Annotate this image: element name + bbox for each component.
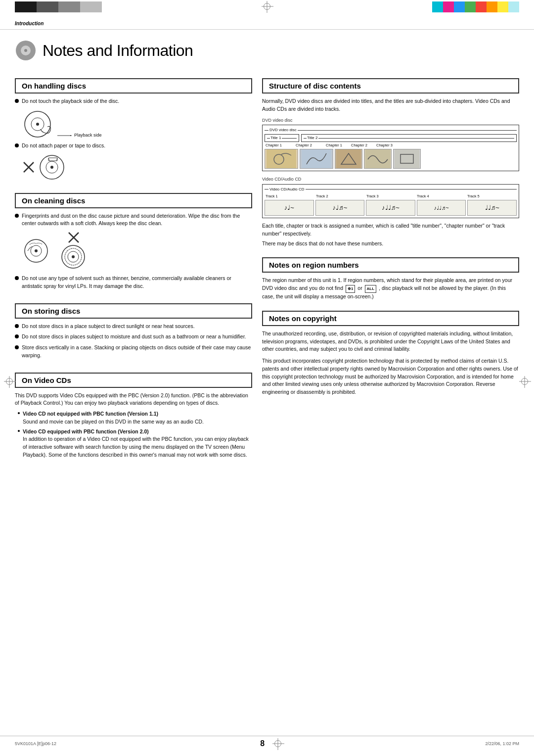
svg-rect-27 <box>336 149 361 168</box>
cleaning-bullet2: Do not use any type of solvent such as t… <box>15 275 252 290</box>
color-block-green <box>465 1 476 12</box>
color-block-blue <box>454 1 465 12</box>
bullet-icon3 <box>15 214 19 218</box>
cleaning-good <box>23 237 50 265</box>
storing-bullet2: Do not store discs in places subject to … <box>15 333 252 341</box>
section-label: Introduction <box>15 19 44 29</box>
ch4: Chapter 2 <box>350 142 375 148</box>
music-box1: ♪♩~ <box>265 200 314 216</box>
color-blocks <box>432 1 519 12</box>
playback-side-label: Playback side <box>57 132 102 139</box>
color-block-gray2 <box>69 1 80 12</box>
thumb3 <box>335 149 362 169</box>
bullet-icon7 <box>15 345 19 349</box>
thumb2-svg <box>302 149 331 168</box>
structure-content: Normally, DVD video discs are divided in… <box>262 97 519 247</box>
arrow-line <box>57 135 72 136</box>
thumb1-svg <box>267 149 296 168</box>
title-icon <box>15 40 37 61</box>
sub-bullet-dot1 <box>18 412 20 414</box>
color-block-red <box>476 1 487 12</box>
title1-label: Title 1 <box>265 134 299 142</box>
vcd-disc-label: Video CD/Audio CD <box>262 176 519 183</box>
sub1-title: Video CD not equipped with PBC function … <box>23 411 158 417</box>
music-boxes: ♪♩~ ♪♩♬~ ♪♩♩♬~ ♪♩♩♬~ ♩♩♬~ <box>265 200 517 216</box>
videocds-content: This DVD supports Video CDs equipped wit… <box>15 392 252 461</box>
main-content: On handling discs Do not touch the playb… <box>0 66 534 469</box>
music-box3: ♪♩♩♬~ <box>366 200 415 216</box>
color-block-lightgray2 <box>91 1 102 12</box>
tr2: Track 2 <box>315 193 365 199</box>
color-block-darkgray2 <box>47 1 58 12</box>
copyright-header: Notes on copyright <box>262 311 519 326</box>
storing-content: Do not store discs in a place subject to… <box>15 323 252 363</box>
right-crosshair <box>521 378 528 386</box>
sub1-body: Sound and movie can be played on this DV… <box>23 419 204 425</box>
footer-center: 8 <box>260 739 281 748</box>
svg-rect-24 <box>267 149 296 168</box>
cleaning-header: On cleaning discs <box>15 193 252 208</box>
right-column: Structure of disc contents Normally, DVD… <box>262 71 519 464</box>
tr1: Track 1 <box>265 193 315 199</box>
handling-content: Do not touch the playback side of the di… <box>15 97 252 183</box>
structure-explanation2: There may be discs that do not have thes… <box>262 240 519 248</box>
grayscale-blocks <box>15 1 102 12</box>
x-icon <box>23 161 35 173</box>
color-block-yellow <box>497 1 508 12</box>
color-block-cyan <box>432 1 443 12</box>
copyright-para1: The unauthorized recording, use, distrib… <box>262 330 519 353</box>
color-block-darkgray <box>37 1 47 12</box>
color-block-lightgray <box>80 1 91 12</box>
region-icon1: ⊕1 <box>346 285 355 293</box>
sub2-title: Video CD equipped with PBC function (Ver… <box>23 428 149 434</box>
bullet-icon4 <box>15 276 19 280</box>
top-center-crosshair <box>264 3 270 10</box>
tr3: Track 3 <box>365 193 416 199</box>
cleaning-good-icon <box>23 237 50 265</box>
vcd-line-right <box>306 189 517 189</box>
disc-tape-icon <box>39 154 66 181</box>
videocds-sub1: Video CD not equipped with PBC function … <box>15 410 252 426</box>
cleaning-bad <box>60 232 87 271</box>
t1-line-l <box>267 138 270 139</box>
thumb4 <box>364 149 392 169</box>
thumb2 <box>300 149 333 169</box>
structure-header: Structure of disc contents <box>262 78 519 94</box>
dvd-line-left <box>265 130 268 131</box>
ch1: Chapter 1 <box>265 142 294 148</box>
storing-bullet3: Store discs vertically in a case. Stacki… <box>15 344 252 360</box>
region-icon-1: ⊕1 <box>346 285 355 293</box>
bullet-icon6 <box>15 334 19 338</box>
svg-point-5 <box>36 123 39 126</box>
thumb5 <box>393 149 421 169</box>
thumb4-svg <box>365 149 390 168</box>
page-title-area: Notes and Information <box>0 30 534 66</box>
videocds-header: On Video CDs <box>15 373 252 388</box>
vcd-outer-label-row: Video CD/Audio CD <box>265 187 517 192</box>
x-icon2 <box>68 232 80 243</box>
storing-header: On storing discs <box>15 303 252 319</box>
copyright-para2: This product incorporates copyright prot… <box>262 357 519 396</box>
dvd-title-row: Title 1 Title 2 <box>265 134 517 142</box>
music-box2: ♪♩♬~ <box>315 200 365 216</box>
videocds-sub2: Video CD equipped with PBC function (Ver… <box>15 428 252 459</box>
track-labels-row: Track 1 Track 2 Track 3 Track 4 Track 5 <box>265 193 517 199</box>
dvd-structure-box: DVD video disc Title 1 <box>262 125 519 171</box>
structure-intro: Normally, DVD video discs are divided in… <box>262 97 519 113</box>
footer-right: 2/22/06, 1:02 PM <box>485 741 519 746</box>
ch2: Chapter 2 <box>295 142 324 148</box>
region-icon-all: ALL <box>365 285 377 293</box>
ch3: Chapter 1 <box>325 142 350 148</box>
svg-rect-13 <box>48 158 57 161</box>
cleaning-bullet1: Fingerprints and dust on the disc cause … <box>15 212 252 228</box>
thumb3-svg <box>336 149 361 168</box>
color-block-black2 <box>26 1 37 12</box>
handling-header: On handling discs <box>15 78 252 94</box>
bullet-icon <box>15 99 19 103</box>
disc-diagram-handling: Playback side <box>23 109 252 139</box>
region-header: Notes on region numbers <box>262 257 519 273</box>
dvd-disc-label: DVD video disc <box>262 117 519 124</box>
color-block-orange <box>487 1 497 12</box>
cleaning-bad-icon <box>60 243 87 271</box>
page-number: 8 <box>260 739 265 748</box>
